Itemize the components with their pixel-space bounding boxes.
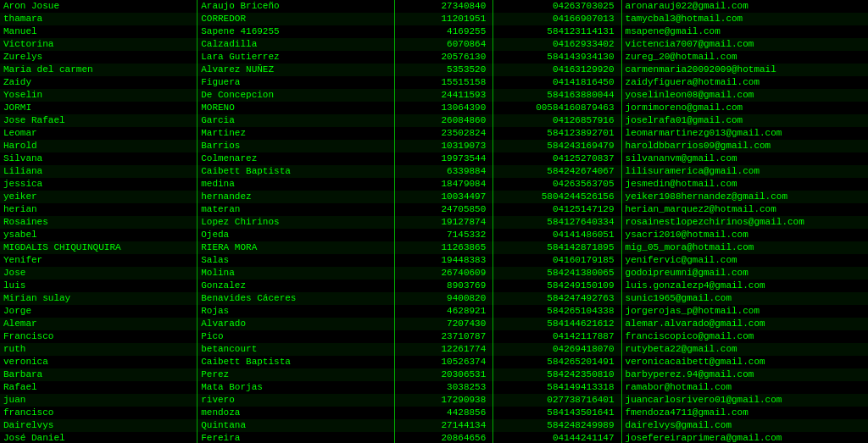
cell-12-0: Silvana	[0, 152, 198, 165]
cell-12-1: Colmenarez	[198, 152, 395, 165]
table-row: Mirian sulayBenavides Cáceres94008205842…	[0, 292, 868, 305]
cell-30-0: Rafael	[0, 381, 198, 394]
cell-23-4: sunic1965@gmail.com	[621, 292, 868, 305]
cell-3-1: Calzadilla	[198, 38, 395, 51]
table-row: YoselinDe Concepcion24411593584163880044…	[0, 89, 868, 102]
cell-19-0: MIGDALIS CHIQUINQUIRA	[0, 241, 198, 254]
cell-5-1: Alvarez NUÑEZ	[198, 64, 395, 76]
cell-29-3: 584242350810	[493, 368, 621, 381]
cell-15-2: 10034497	[394, 191, 492, 203]
cell-17-2: 19127874	[394, 216, 492, 229]
cell-13-1: Caibett Baptista	[198, 165, 395, 178]
cell-12-4: silvananvm@gmail.com	[621, 152, 868, 165]
cell-21-4: godoipreumni@gmail.com	[621, 267, 868, 280]
cell-8-0: JORMI	[0, 102, 198, 114]
cell-31-2: 17290938	[394, 394, 492, 407]
cell-24-2: 4628921	[394, 305, 492, 318]
cell-17-0: Rosaines	[0, 216, 198, 229]
cell-1-4: tamycbal3@hotmail.com	[621, 13, 868, 25]
cell-2-0: Manuel	[0, 25, 198, 38]
cell-13-2: 6339884	[394, 165, 492, 178]
cell-21-2: 26740609	[394, 267, 492, 280]
cell-28-2: 10526374	[394, 356, 492, 368]
cell-13-0: Liliana	[0, 165, 198, 178]
cell-17-4: rosainestlopezchirinos@gmail.com	[621, 216, 868, 229]
cell-14-3: 04263563705	[493, 178, 621, 191]
cell-29-4: barbyperez.94@gmail.com	[621, 368, 868, 381]
cell-19-4: mig_05_mora@hotmail.com	[621, 241, 868, 254]
cell-11-3: 584243169479	[493, 140, 621, 152]
cell-11-4: haroldbbarrios09@gmail.com	[621, 140, 868, 152]
cell-9-1: Garcia	[198, 114, 395, 127]
table-row: Maria del carmenAlvarez NUÑEZ53535200416…	[0, 64, 868, 76]
table-row: SilvanaColmenarez1997354404125270837silv…	[0, 152, 868, 165]
cell-3-4: victencia7007@gmail.com	[621, 38, 868, 51]
cell-19-3: 584142871895	[493, 241, 621, 254]
cell-31-4: juancarlosrivero01@gmail.com	[621, 394, 868, 407]
cell-16-4: herian_marquez2@hotmail.com	[621, 203, 868, 216]
cell-24-0: Jorge	[0, 305, 198, 318]
cell-22-0: luis	[0, 280, 198, 292]
cell-32-3: 584143501641	[493, 407, 621, 419]
cell-2-3: 584123114131	[493, 25, 621, 38]
cell-21-1: Molina	[198, 267, 395, 280]
cell-4-4: zureg_20@hotmail.com	[621, 51, 868, 64]
cell-6-3: 04141816450	[493, 76, 621, 89]
cell-9-4: joselrafa01@gmail.com	[621, 114, 868, 127]
cell-27-2: 12261774	[394, 343, 492, 356]
cell-28-3: 584265201491	[493, 356, 621, 368]
cell-22-2: 8903769	[394, 280, 492, 292]
cell-4-3: 584143934130	[493, 51, 621, 64]
cell-14-2: 18479084	[394, 178, 492, 191]
table-row: AlemarAlvarado7207430584144621612alemar.…	[0, 318, 868, 330]
cell-1-1: CORREDOR	[198, 13, 395, 25]
cell-15-0: yeiker	[0, 191, 198, 203]
cell-12-2: 19973544	[394, 152, 492, 165]
cell-29-2: 20306531	[394, 368, 492, 381]
cell-1-3: 04166907013	[493, 13, 621, 25]
table-row: José DanielFereira2086465604144241147jos…	[0, 432, 868, 443]
cell-14-0: jessica	[0, 178, 198, 191]
cell-6-4: zaidyfiguera@hotmail.com	[621, 76, 868, 89]
cell-26-4: franciscopico@gmail.com	[621, 330, 868, 343]
cell-2-4: msapene@gmail.com	[621, 25, 868, 38]
cell-20-2: 19448383	[394, 254, 492, 267]
cell-26-0: Francisco	[0, 330, 198, 343]
table-row: FranciscoPico2371078704142117887francisc…	[0, 330, 868, 343]
table-row: jessicamedina1847908404263563705jesmedin…	[0, 178, 868, 191]
table-row: ruthbetancourt1226177404269418070rutybet…	[0, 343, 868, 356]
cell-30-3: 584149413318	[493, 381, 621, 394]
cell-33-1: Quintana	[198, 419, 395, 432]
table-row: YeniferSalas1944838304160179185yenifervi…	[0, 254, 868, 267]
cell-3-3: 04162933402	[493, 38, 621, 51]
cell-18-2: 7145332	[394, 229, 492, 241]
cell-23-3: 584247492763	[493, 292, 621, 305]
cell-27-4: rutybeta22@gmail.com	[621, 343, 868, 356]
cell-9-3: 04126857916	[493, 114, 621, 127]
cell-27-0: ruth	[0, 343, 198, 356]
table-row: ManuelSapene 41692554169255584123114131m…	[0, 25, 868, 38]
table-row: JoseMolina26740609584241380065godoipreum…	[0, 267, 868, 280]
cell-34-3: 04144241147	[493, 432, 621, 443]
cell-8-3: 00584160879463	[493, 102, 621, 114]
table-row: ysabelOjeda714533204141486051ysacri2010@…	[0, 229, 868, 241]
table-row: ZaidyFiguera1551515804141816450zaidyfigu…	[0, 76, 868, 89]
cell-0-0: Aron Josue	[0, 0, 198, 13]
cell-18-1: Ojeda	[198, 229, 395, 241]
table-row: yeikerhernandez100344975804244526156yeik…	[0, 191, 868, 203]
cell-28-4: veronicacaibett@gmail.com	[621, 356, 868, 368]
table-row: VictorinaCalzadilla607086404162933402vic…	[0, 38, 868, 51]
table-row: BarbaraPerez20306531584242350810barbyper…	[0, 368, 868, 381]
cell-32-2: 4428856	[394, 407, 492, 419]
cell-22-4: luis.gonzalezp4@gmail.com	[621, 280, 868, 292]
cell-20-3: 04160179185	[493, 254, 621, 267]
cell-23-1: Benavides Cáceres	[198, 292, 395, 305]
cell-0-1: Araujo Briceño	[198, 0, 395, 13]
cell-13-4: lilisuramerica@gmail.com	[621, 165, 868, 178]
cell-24-4: jorgerojas_p@hotmail.com	[621, 305, 868, 318]
cell-14-4: jesmedin@hotmail.com	[621, 178, 868, 191]
cell-9-2: 26084860	[394, 114, 492, 127]
cell-22-3: 584249150109	[493, 280, 621, 292]
cell-33-3: 584248249989	[493, 419, 621, 432]
cell-6-2: 15515158	[394, 76, 492, 89]
